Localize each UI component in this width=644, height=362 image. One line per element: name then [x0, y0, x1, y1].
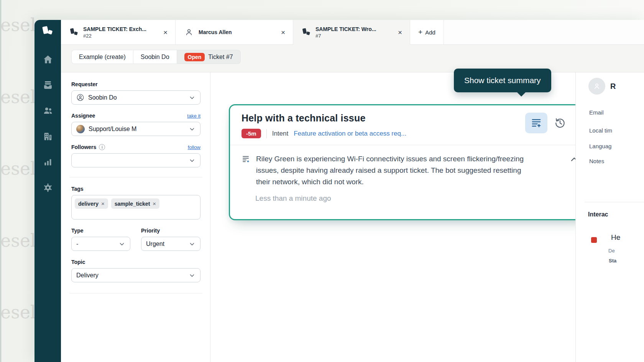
tab-bar: SAMPLE TICKET: Exch... #22 × Marcus Alle… [61, 20, 644, 45]
tab-sample-ticket-22[interactable]: SAMPLE TICKET: Exch... #22 × [61, 20, 176, 45]
type-field: Type - [71, 228, 130, 251]
gorgias-logo-icon [70, 28, 79, 37]
customer-panel: R Email Local tim Languag Notes Interac … [575, 72, 644, 362]
context-tabs: Example (create) Soobin Do Open Ticket #… [71, 50, 241, 64]
history-clock-icon [554, 117, 566, 129]
background-watermark-text: esel [0, 232, 31, 249]
tags-input[interactable]: delivery × sample_ticket × [71, 195, 200, 219]
context-tab-customer[interactable]: Soobin Do [133, 50, 177, 64]
tab-ticket-number: #7 [315, 33, 376, 39]
tab-sample-ticket-7[interactable]: SAMPLE TICKET: Wro... #7 × [293, 20, 410, 45]
chevron-down-icon [189, 241, 196, 247]
follow-link[interactable]: follow [188, 144, 200, 150]
ticket-tray-icon [43, 80, 53, 90]
person-icon [185, 28, 193, 36]
priority-value: Urgent [146, 241, 185, 247]
add-tab-label: Add [425, 29, 435, 36]
chevron-down-icon [189, 272, 196, 279]
sidebar-nav [41, 53, 54, 194]
sidebar-item-settings[interactable] [41, 181, 54, 194]
ai-summary-text: Riley Green is experiencing Wi-Fi connec… [256, 153, 529, 188]
requester-value: Soobin Do [88, 94, 185, 101]
panel-divider [585, 202, 644, 202]
followers-select[interactable] [71, 153, 200, 167]
gorgias-logo-icon [302, 28, 311, 37]
summary-timestamp: Less than a minute ago [255, 194, 580, 203]
tab-bar-empty-space [444, 20, 644, 45]
person-circle-icon [76, 93, 84, 102]
customer-avatar [588, 78, 605, 95]
followers-field: Followers i follow [71, 144, 200, 167]
sidebar-item-statistics[interactable] [41, 156, 54, 169]
topic-select[interactable]: Delivery [71, 268, 200, 282]
customer-name: R [610, 82, 616, 91]
sidebar-item-home[interactable] [41, 53, 54, 66]
logo-shape [42, 26, 49, 34]
interaction-meta: De [608, 248, 615, 254]
topic-field: Topic Delivery [71, 259, 200, 282]
sidebar-item-organization[interactable] [41, 130, 54, 143]
main-content: Requester Soobin Do Assignee take it Sup… [61, 72, 644, 362]
assignee-select[interactable]: Support/Louise M [71, 122, 200, 136]
intent-label: Intent [272, 130, 289, 138]
tags-label: Tags [71, 186, 84, 192]
tooltip-text: Show ticket summary [464, 76, 541, 85]
app-window: SAMPLE TICKET: Exch... #22 × Marcus Alle… [34, 20, 644, 362]
intent-value-link[interactable]: Feature activation or beta access req... [294, 130, 406, 138]
chevron-down-icon [189, 157, 196, 164]
type-select[interactable]: - [71, 237, 130, 251]
interaction-status-bullet [591, 237, 597, 243]
priority-label: Priority [141, 228, 160, 234]
bar-chart-icon [43, 157, 53, 167]
take-it-link[interactable]: take it [187, 113, 200, 119]
gorgias-logo-icon[interactable] [41, 25, 55, 39]
sla-timer-badge: -5m [242, 129, 261, 138]
assignee-avatar [76, 125, 85, 133]
context-tab-example-create[interactable]: Example (create) [71, 50, 133, 64]
tooltip-show-ticket-summary: Show ticket summary [454, 69, 551, 92]
home-icon [43, 54, 53, 65]
assignee-field: Assignee take it Support/Louise M [71, 113, 200, 136]
priority-select[interactable]: Urgent [141, 237, 200, 251]
background-watermark-text: esel [0, 303, 31, 321]
remove-tag-icon[interactable]: × [153, 200, 156, 207]
type-label: Type [71, 228, 84, 234]
priority-field: Priority Urgent [141, 228, 200, 251]
tag-chip[interactable]: sample_ticket × [111, 198, 159, 209]
followers-label: Followers i [71, 144, 105, 150]
person-icon [592, 82, 601, 91]
remove-tag-icon[interactable]: × [101, 200, 105, 207]
tab-ticket-number: #22 [83, 33, 146, 39]
chevron-down-icon [118, 241, 125, 247]
customer-field-local-time: Local tim [589, 127, 612, 134]
topic-value: Delivery [76, 272, 185, 279]
ticket-history-button[interactable] [554, 113, 566, 133]
section-divider [69, 293, 202, 293]
section-divider [69, 177, 202, 177]
interactions-section-title: Interac [588, 211, 608, 218]
topic-label: Topic [71, 259, 85, 265]
close-icon[interactable]: × [162, 29, 169, 36]
tab-customer-marcus-allen[interactable]: Marcus Allen × [176, 20, 293, 45]
interaction-meta-status: Sta [609, 258, 616, 264]
sidebar-item-customers[interactable] [41, 104, 54, 117]
sidebar-item-tickets[interactable] [41, 79, 54, 92]
requester-select[interactable]: Soobin Do [71, 90, 200, 105]
type-value: - [76, 241, 115, 247]
sidebar [34, 20, 61, 362]
tag-chip[interactable]: delivery × [75, 198, 108, 209]
summary-lines-icon [242, 154, 251, 164]
interaction-item[interactable]: He [611, 233, 620, 242]
add-tab-button[interactable]: + Add [410, 20, 444, 45]
close-icon[interactable]: × [396, 29, 404, 36]
close-icon[interactable]: × [279, 29, 287, 36]
tag-text: sample_ticket [115, 201, 150, 207]
tab-title: SAMPLE TICKET: Wro... [315, 26, 376, 32]
logo-shape [48, 30, 52, 34]
plus-icon: + [418, 28, 422, 36]
chevron-down-icon [189, 126, 196, 133]
show-ticket-summary-button[interactable] [525, 113, 547, 133]
summary-sparkle-icon [531, 117, 542, 129]
context-tab-ticket-7[interactable]: Open Ticket #7 [177, 50, 241, 64]
divider [266, 129, 267, 138]
